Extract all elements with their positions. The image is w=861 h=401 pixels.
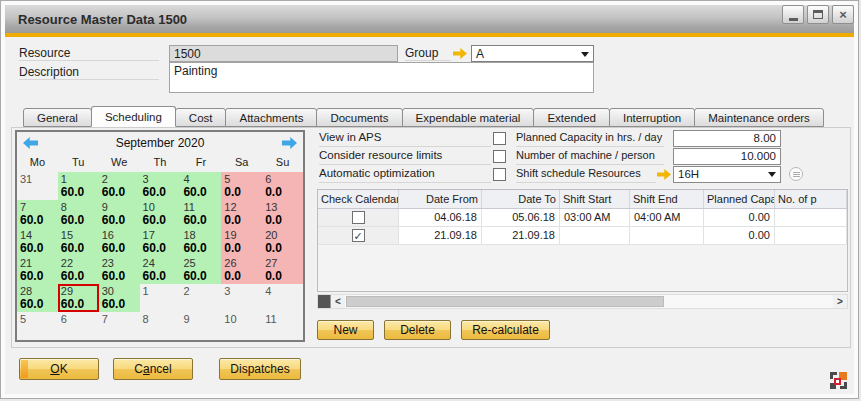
cell-shift-end[interactable] xyxy=(630,227,704,244)
calendar-cell-31-other[interactable]: 31 xyxy=(17,172,58,200)
calendar-cell-9-work[interactable]: 960.0 xyxy=(99,200,140,228)
calendar-cell-24-work[interactable]: 2460.0 xyxy=(140,256,181,284)
cell-shift-start[interactable] xyxy=(560,227,630,244)
row-1-check-calendar-checkbox[interactable] xyxy=(352,211,365,224)
column-header-date-from[interactable]: Date From xyxy=(399,190,482,208)
cell-date-from[interactable]: 04.06.18 xyxy=(399,209,482,226)
calendar-cell-22-work[interactable]: 2260.0 xyxy=(58,256,99,284)
calendar-cell-9-other[interactable]: 9 xyxy=(180,312,221,340)
form-settings-icon[interactable] xyxy=(830,372,847,389)
maximize-button[interactable] xyxy=(807,5,829,24)
description-textarea[interactable]: Painting xyxy=(169,62,594,93)
tab-extended[interactable]: Extended xyxy=(533,108,610,127)
consider-resource-limits-checkbox[interactable] xyxy=(493,150,506,163)
calendar-next-button[interactable] xyxy=(282,137,297,149)
link-arrow-icon[interactable] xyxy=(453,48,467,59)
cell-shift-start[interactable]: 03:00 AM xyxy=(560,209,630,226)
calendar-cell-2-other[interactable]: 2 xyxy=(180,284,221,312)
resource-input[interactable]: 1500 xyxy=(169,45,398,62)
scrollbar-thumb[interactable] xyxy=(346,296,664,307)
shift-schedule-select[interactable]: 16H xyxy=(673,166,781,183)
calendar-cell-23-work[interactable]: 2360.0 xyxy=(99,256,140,284)
calendar-cell-12-off[interactable]: 120.0 xyxy=(221,200,262,228)
tab-scheduling[interactable]: Scheduling xyxy=(91,106,176,127)
calendar-cell-7-work[interactable]: 760.0 xyxy=(17,200,58,228)
column-header-date-to[interactable]: Date To xyxy=(482,190,560,208)
planned-capacity-field[interactable]: 8.00 xyxy=(673,130,781,147)
tab-cost[interactable]: Cost xyxy=(175,108,227,127)
calendar-cell-10-work[interactable]: 1060.0 xyxy=(140,200,181,228)
calendar-cell-6-other[interactable]: 6 xyxy=(58,312,99,340)
calendar-cell-8-other[interactable]: 8 xyxy=(140,312,181,340)
calendar-cell-28-work[interactable]: 2860.0 xyxy=(17,284,58,312)
cancel-button[interactable]: Cancel xyxy=(113,358,193,380)
calendar-cell-8-work[interactable]: 860.0 xyxy=(58,200,99,228)
calendar-cell-25-work[interactable]: 2560.0 xyxy=(180,256,221,284)
calendar-cell-5-off[interactable]: 50.0 xyxy=(221,172,262,200)
scroll-left-button[interactable]: < xyxy=(331,295,345,308)
calendar-cell-30-work[interactable]: 3060.0 xyxy=(99,284,140,312)
dispatches-button[interactable]: Dispatches xyxy=(219,358,301,380)
calendar-cell-3-other[interactable]: 3 xyxy=(221,284,262,312)
shift-schedule-link-arrow-icon[interactable] xyxy=(657,169,671,180)
cell-date-to[interactable]: 05.06.18 xyxy=(482,209,560,226)
calendar-cell-7-other[interactable]: 7 xyxy=(99,312,140,340)
calendar-cell-18-work[interactable]: 1860.0 xyxy=(180,228,221,256)
calendar-cell-15-work[interactable]: 1560.0 xyxy=(58,228,99,256)
calendar-cell-1-work[interactable]: 160.0 xyxy=(58,172,99,200)
calendar-cell-11-other[interactable]: 11 xyxy=(262,312,303,340)
column-header-shift-end[interactable]: Shift End xyxy=(630,190,704,208)
ok-button[interactable]: OK xyxy=(19,358,99,380)
calendar-cell-16-work[interactable]: 1660.0 xyxy=(99,228,140,256)
tab-interruption[interactable]: Interruption xyxy=(609,108,695,127)
column-header-planned-capacity[interactable]: Planned Capacity xyxy=(704,190,775,208)
group-select[interactable]: A xyxy=(471,45,594,62)
calendar-cell-13-off[interactable]: 130.0 xyxy=(262,200,303,228)
calendar-cell-21-work[interactable]: 2160.0 xyxy=(17,256,58,284)
scrollbar-track[interactable] xyxy=(345,295,833,308)
calendar-cell-11-work[interactable]: 1160.0 xyxy=(180,200,221,228)
cell-planned-capacity[interactable]: 0.00 xyxy=(704,209,775,226)
calendar-cell-5-other[interactable]: 5 xyxy=(17,312,58,340)
cell-shift-end[interactable]: 04:00 AM xyxy=(630,209,704,226)
calendar-prev-button[interactable] xyxy=(23,137,38,149)
calendar-cell-6-off[interactable]: 60.0 xyxy=(262,172,303,200)
scrollbar-split-box[interactable] xyxy=(318,295,331,308)
cell-date-to[interactable]: 21.09.18 xyxy=(482,227,560,244)
re-calculate-button[interactable]: Re-calculate xyxy=(461,320,550,340)
calendar-cell-14-work[interactable]: 1460.0 xyxy=(17,228,58,256)
minimize-button[interactable] xyxy=(782,5,804,24)
scroll-right-button[interactable]: > xyxy=(833,295,847,308)
list-menu-icon[interactable] xyxy=(789,167,803,181)
automatic-optimization-checkbox[interactable] xyxy=(493,168,506,181)
tab-maintenance-orders[interactable]: Maintenance orders xyxy=(694,108,824,127)
cell-date-from[interactable]: 21.09.18 xyxy=(399,227,482,244)
calendar-cell-3-work[interactable]: 360.0 xyxy=(140,172,181,200)
tab-attachments[interactable]: Attachments xyxy=(225,108,317,127)
calendar-cell-17-work[interactable]: 1760.0 xyxy=(140,228,181,256)
new-button[interactable]: New xyxy=(317,320,374,340)
tab-general[interactable]: General xyxy=(23,108,92,127)
calendar-cell-26-off[interactable]: 260.0 xyxy=(221,256,262,284)
column-header-check-calendar[interactable]: Check Calendar xyxy=(318,190,399,208)
calendar-cell-29-work[interactable]: 2960.0 xyxy=(58,284,99,312)
close-button[interactable]: × xyxy=(832,5,854,24)
calendar-cell-27-off[interactable]: 270.0 xyxy=(262,256,303,284)
view-in-aps-checkbox[interactable] xyxy=(493,132,506,145)
calendar-cell-4-other[interactable]: 4 xyxy=(262,284,303,312)
cell-no-of-p[interactable] xyxy=(775,209,847,226)
calendar-cell-2-work[interactable]: 260.0 xyxy=(99,172,140,200)
delete-button[interactable]: Delete xyxy=(384,320,451,340)
tab-documents[interactable]: Documents xyxy=(316,108,402,127)
machine-person-field[interactable]: 10.000 xyxy=(673,148,781,165)
column-header-shift-start[interactable]: Shift Start xyxy=(560,190,630,208)
calendar-cell-20-off[interactable]: 200.0 xyxy=(262,228,303,256)
calendar-cell-1-other[interactable]: 1 xyxy=(140,284,181,312)
cell-no-of-p[interactable] xyxy=(775,227,847,244)
calendar-cell-4-work[interactable]: 460.0 xyxy=(180,172,221,200)
row-2-check-calendar-checkbox[interactable] xyxy=(352,229,365,242)
calendar-cell-10-other[interactable]: 10 xyxy=(221,312,262,340)
tab-expendable-material[interactable]: Expendable material xyxy=(402,108,535,127)
cell-planned-capacity[interactable]: 0.00 xyxy=(704,227,775,244)
calendar-cell-19-off[interactable]: 190.0 xyxy=(221,228,262,256)
